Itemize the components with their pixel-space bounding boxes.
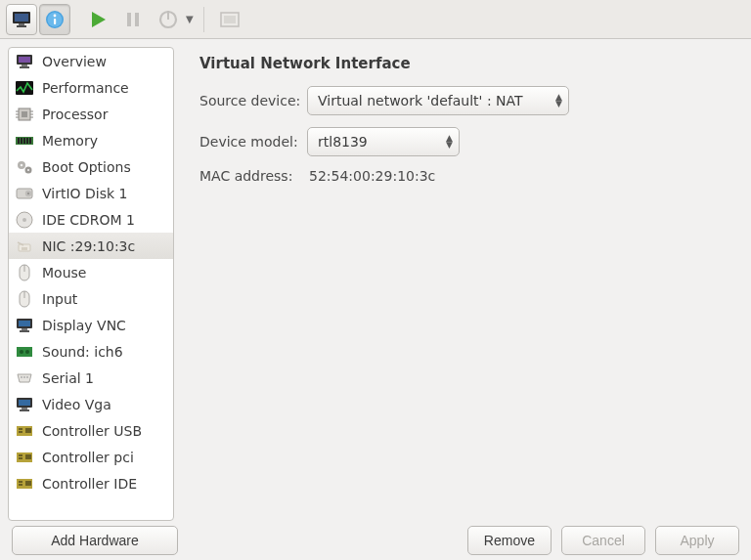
sidebar-item-label: Performance bbox=[42, 80, 129, 96]
sidebar-item-nic[interactable]: NIC :29:10:3c bbox=[9, 233, 173, 259]
svg-rect-75 bbox=[25, 481, 31, 486]
device-model-combo[interactable]: rtl8139 ▲▼ bbox=[307, 127, 460, 156]
svg-rect-44 bbox=[22, 247, 27, 250]
sidebar-item-label: Video Vga bbox=[42, 397, 111, 412]
monitor-icon bbox=[15, 397, 34, 412]
run-button[interactable] bbox=[82, 4, 113, 35]
sidebar-item-label: Processor bbox=[42, 107, 108, 122]
cancel-button[interactable]: Cancel bbox=[561, 526, 645, 555]
disk-icon bbox=[15, 187, 34, 200]
sidebar-item-performance[interactable]: Performance bbox=[9, 74, 173, 101]
svg-rect-74 bbox=[19, 484, 22, 486]
svg-rect-21 bbox=[22, 111, 27, 117]
svg-point-59 bbox=[26, 376, 28, 378]
svg-rect-6 bbox=[54, 19, 56, 24]
mouse-icon bbox=[15, 290, 34, 308]
sidebar-item-display-vnc[interactable]: Display VNC bbox=[9, 312, 173, 338]
svg-point-57 bbox=[21, 376, 22, 378]
svg-rect-2 bbox=[19, 23, 24, 25]
details-view-button[interactable] bbox=[39, 4, 70, 35]
svg-rect-67 bbox=[25, 428, 31, 433]
apply-button[interactable]: Apply bbox=[655, 526, 739, 555]
svg-rect-73 bbox=[19, 481, 22, 483]
fullscreen-button[interactable] bbox=[214, 4, 245, 35]
monitor-icon bbox=[15, 54, 34, 69]
svg-rect-70 bbox=[19, 457, 22, 459]
svg-rect-31 bbox=[23, 138, 25, 144]
svg-rect-9 bbox=[127, 13, 131, 26]
gears-icon bbox=[15, 159, 34, 175]
pause-button[interactable] bbox=[117, 4, 149, 35]
svg-point-35 bbox=[21, 163, 23, 166]
sound-card-icon bbox=[15, 345, 34, 359]
sidebar-item-label: Mouse bbox=[42, 265, 86, 280]
sidebar-item-label: Boot Options bbox=[42, 159, 131, 175]
sidebar-item-label: Overview bbox=[42, 54, 107, 69]
controller-icon bbox=[15, 477, 34, 491]
toolbar: ▼ bbox=[0, 0, 751, 39]
sidebar-item-mouse[interactable]: Mouse bbox=[9, 259, 173, 285]
console-view-button[interactable] bbox=[6, 4, 37, 35]
monitor-icon bbox=[15, 318, 34, 333]
hardware-sidebar[interactable]: Overview Performance Processor Memory Bo… bbox=[8, 47, 174, 521]
monitor-icon bbox=[12, 11, 31, 28]
sidebar-item-ide-cdrom-1[interactable]: IDE CDROM 1 bbox=[9, 206, 173, 233]
shutdown-button[interactable] bbox=[153, 4, 184, 35]
cdrom-icon bbox=[15, 211, 34, 229]
svg-rect-32 bbox=[26, 138, 28, 144]
mouse-icon bbox=[15, 264, 34, 281]
mac-address-label: MAC address: bbox=[199, 168, 307, 184]
shutdown-menu-arrow[interactable]: ▼ bbox=[186, 14, 194, 24]
sidebar-item-label: Display VNC bbox=[42, 318, 126, 333]
svg-point-56 bbox=[25, 350, 29, 354]
sidebar-item-serial-1[interactable]: Serial 1 bbox=[9, 365, 173, 391]
sidebar-item-label: IDE CDROM 1 bbox=[42, 212, 135, 228]
svg-rect-71 bbox=[25, 454, 31, 459]
svg-point-40 bbox=[27, 193, 29, 194]
svg-rect-17 bbox=[22, 65, 27, 66]
svg-marker-8 bbox=[92, 12, 106, 27]
remove-button[interactable]: Remove bbox=[467, 526, 552, 555]
sidebar-item-input[interactable]: Input bbox=[9, 285, 173, 312]
svg-point-58 bbox=[23, 376, 25, 378]
sidebar-item-label: Input bbox=[42, 291, 77, 307]
detail-panel: Virtual Network Interface Source device:… bbox=[182, 39, 751, 521]
source-device-combo[interactable]: Virtual network 'default' : NAT ▲▼ bbox=[307, 86, 569, 115]
sidebar-item-controller-pci[interactable]: Controller pci bbox=[9, 444, 173, 470]
svg-rect-14 bbox=[224, 16, 236, 23]
svg-rect-69 bbox=[19, 454, 22, 456]
sidebar-item-sound[interactable]: Sound: ich6 bbox=[9, 338, 173, 365]
svg-rect-61 bbox=[19, 400, 30, 406]
sidebar-item-virtio-disk-1[interactable]: VirtIO Disk 1 bbox=[9, 180, 173, 206]
svg-rect-18 bbox=[20, 66, 29, 68]
sidebar-item-controller-usb[interactable]: Controller USB bbox=[9, 417, 173, 444]
sidebar-item-label: NIC :29:10:3c bbox=[42, 238, 135, 254]
memory-icon bbox=[15, 135, 34, 147]
sidebar-item-processor[interactable]: Processor bbox=[9, 101, 173, 127]
sidebar-item-video-vga[interactable]: Video Vga bbox=[9, 391, 173, 417]
info-icon bbox=[44, 9, 66, 30]
svg-rect-52 bbox=[22, 328, 27, 330]
add-hardware-button[interactable]: Add Hardware bbox=[12, 526, 178, 555]
svg-rect-51 bbox=[19, 321, 30, 326]
sidebar-item-overview[interactable]: Overview bbox=[9, 48, 173, 74]
controller-icon bbox=[15, 451, 34, 464]
sidebar-item-label: Memory bbox=[42, 133, 98, 149]
sidebar-item-label: Controller USB bbox=[42, 423, 142, 439]
chevron-updown-icon: ▲▼ bbox=[555, 94, 562, 108]
svg-rect-54 bbox=[17, 347, 32, 357]
sidebar-item-boot-options[interactable]: Boot Options bbox=[9, 153, 173, 180]
sidebar-item-memory[interactable]: Memory bbox=[9, 127, 173, 153]
svg-rect-16 bbox=[19, 57, 30, 63]
play-icon bbox=[88, 10, 108, 29]
svg-rect-33 bbox=[29, 138, 31, 144]
sidebar-item-controller-ide[interactable]: Controller IDE bbox=[9, 470, 173, 496]
network-icon bbox=[15, 239, 34, 253]
device-model-value: rtl8139 bbox=[318, 134, 368, 150]
source-device-value: Virtual network 'default' : NAT bbox=[318, 93, 523, 108]
sidebar-item-label: Serial 1 bbox=[42, 370, 94, 386]
controller-icon bbox=[15, 424, 34, 438]
sidebar-item-label: Sound: ich6 bbox=[42, 344, 123, 360]
svg-rect-66 bbox=[19, 431, 22, 433]
svg-rect-29 bbox=[18, 138, 20, 144]
